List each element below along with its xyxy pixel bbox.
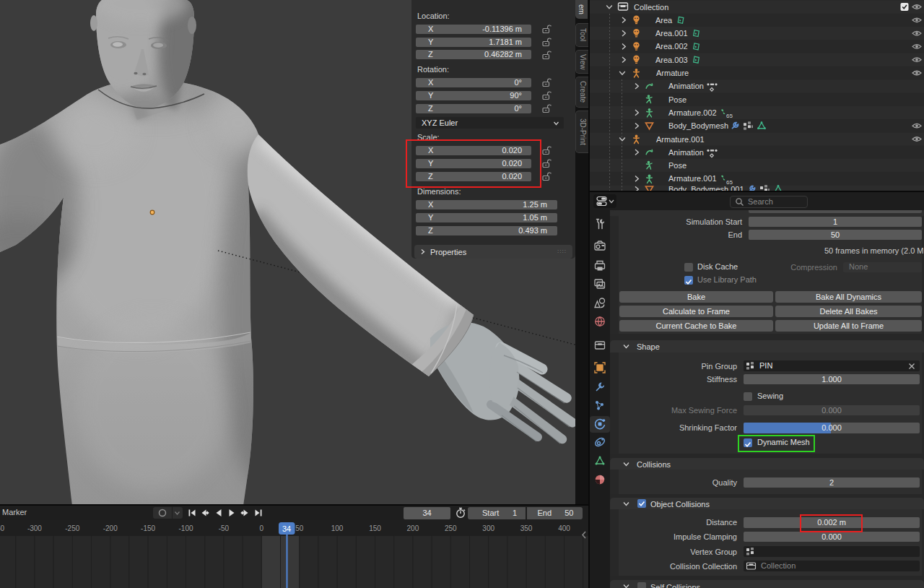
svg-text:Armature.002: Armature.002 (668, 108, 717, 117)
svg-text:Body_Bodymesh: Body_Bodymesh (668, 121, 728, 130)
svg-text:Animation: Animation (668, 82, 704, 90)
svg-text:100: 100 (331, 524, 344, 532)
svg-text:300: 300 (482, 524, 494, 532)
svg-text:Armature.001: Armature.001 (656, 135, 705, 144)
svg-text:-50: -50 (219, 524, 230, 532)
svg-text:150: 150 (369, 524, 381, 532)
svg-text:350: 350 (520, 524, 533, 532)
svg-text:-200: -200 (103, 524, 118, 532)
svg-text:200: 200 (407, 524, 419, 532)
svg-text:Pose: Pose (668, 95, 687, 104)
svg-text:-100: -100 (178, 524, 193, 532)
svg-text:Area.003: Area.003 (655, 56, 688, 64)
svg-text:Animation: Animation (668, 148, 704, 157)
svg-text:0: 0 (260, 524, 264, 532)
svg-text:50: 50 (295, 524, 304, 532)
svg-text:-250: -250 (65, 524, 79, 532)
svg-text:Pose: Pose (668, 161, 687, 170)
svg-text:Area.001: Area.001 (655, 29, 688, 38)
svg-text:34: 34 (282, 524, 291, 533)
svg-text:Armature: Armature (656, 69, 689, 77)
svg-text:-300: -300 (27, 524, 42, 532)
svg-text:Area.002: Area.002 (655, 42, 688, 51)
svg-text:Body_Bodymesh.001: Body_Bodymesh.001 (668, 185, 744, 191)
svg-text:Armature.001: Armature.001 (668, 174, 717, 183)
svg-text:Collection: Collection (634, 3, 668, 12)
svg-text:65: 65 (726, 113, 733, 119)
svg-text:-350: -350 (0, 524, 4, 532)
svg-text:-150: -150 (141, 524, 155, 532)
svg-text:250: 250 (445, 524, 457, 532)
svg-text:400: 400 (558, 524, 570, 532)
svg-text:Area: Area (655, 16, 673, 25)
